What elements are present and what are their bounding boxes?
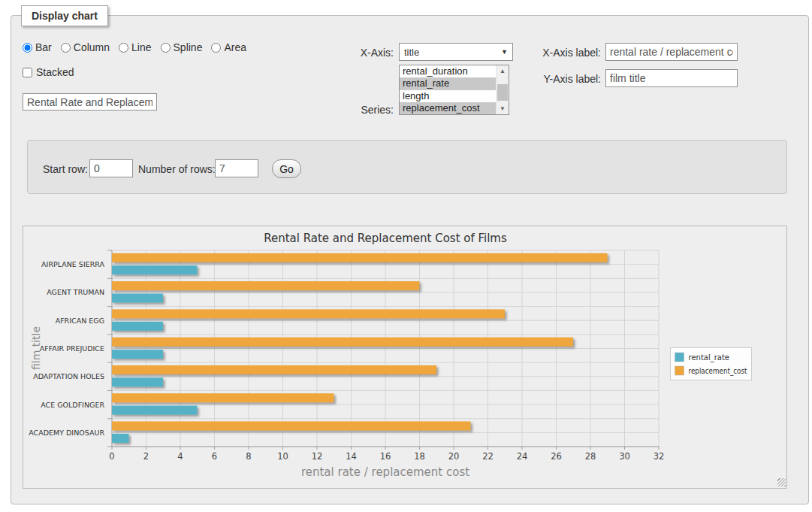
start-row-label: Start row: bbox=[43, 163, 88, 175]
chart-type-line[interactable]: Line bbox=[119, 41, 151, 53]
chart-type-area[interactable]: Area bbox=[211, 41, 246, 53]
x-tick-label: 32 bbox=[654, 451, 665, 462]
chart-type-column[interactable]: Column bbox=[61, 41, 110, 53]
category-label: AIRPLANE SIERRA bbox=[41, 260, 104, 268]
stacked-option[interactable]: Stacked bbox=[23, 66, 74, 78]
chevron-down-icon: ▼ bbox=[501, 48, 508, 56]
x-tick-label: 18 bbox=[414, 451, 425, 462]
bar-replacement_cost bbox=[112, 393, 334, 402]
bar-replacement_cost bbox=[112, 281, 419, 290]
bar-replacement_cost bbox=[112, 338, 573, 347]
bar-replacement_cost bbox=[112, 422, 471, 431]
stacked-checkbox[interactable] bbox=[23, 68, 32, 77]
x-axis-selected-value: title bbox=[404, 47, 501, 58]
bar-rental_rate bbox=[112, 294, 163, 303]
bar-chart: AIRPLANE SIERRAAGENT TRUMANAFRICAN EGGAF… bbox=[23, 226, 788, 488]
line-radio-label: Line bbox=[131, 41, 151, 53]
bar-rental_rate bbox=[112, 434, 129, 443]
category-label: AGENT TRUMAN bbox=[47, 288, 104, 296]
spline-radio[interactable] bbox=[161, 43, 171, 53]
series-listbox[interactable]: rental_duration rental_rate length repla… bbox=[399, 65, 509, 115]
x-axis-select[interactable]: title ▼ bbox=[399, 43, 513, 61]
x-tick-label: 10 bbox=[277, 451, 288, 462]
bar-rental_rate bbox=[112, 322, 163, 331]
stacked-label: Stacked bbox=[36, 66, 74, 78]
chart-resize-handle[interactable] bbox=[777, 478, 786, 486]
x-tick-label: 24 bbox=[517, 451, 528, 462]
bar-rental_rate bbox=[112, 406, 198, 415]
x-tick-label: 16 bbox=[380, 451, 391, 462]
bar-rental_rate bbox=[112, 377, 163, 386]
column-radio-label: Column bbox=[74, 41, 110, 53]
x-axis-title: rental rate / replacement cost bbox=[301, 465, 469, 479]
x-tick-label: 14 bbox=[346, 451, 357, 462]
x-tick-label: 26 bbox=[551, 451, 562, 462]
x-axis-select-label: X-Axis: bbox=[331, 47, 394, 59]
page: { "panel": { "legend_title": "Display ch… bbox=[0, 0, 812, 512]
bar-replacement_cost bbox=[112, 365, 436, 374]
x-axis-label-label: X-Axis label: bbox=[535, 47, 601, 59]
legend-label: replacement_cost bbox=[689, 367, 747, 376]
x-tick-label: 6 bbox=[212, 451, 217, 462]
legend-label: rental_rate bbox=[689, 353, 730, 362]
num-rows-label: Number of rows: bbox=[138, 163, 216, 175]
category-label: ADAPTATION HOLES bbox=[33, 372, 104, 380]
legend-swatch bbox=[675, 366, 684, 375]
start-row-input[interactable] bbox=[89, 159, 133, 177]
bar-radio-label: Bar bbox=[35, 41, 52, 53]
spline-radio-label: Spline bbox=[174, 41, 203, 53]
bar-radio[interactable] bbox=[23, 43, 32, 53]
category-label: ACE GOLDFINGER bbox=[41, 401, 104, 409]
y-axis-label-label: Y-Axis label: bbox=[535, 73, 601, 85]
y-axis-title: film title bbox=[30, 326, 42, 370]
scroll-up-icon[interactable]: ▲ bbox=[497, 65, 509, 77]
area-radio-label: Area bbox=[224, 41, 246, 53]
column-radio[interactable] bbox=[61, 43, 71, 53]
x-tick-label: 20 bbox=[448, 451, 460, 462]
chart-title: Rental Rate and Replacement Cost of Film… bbox=[264, 232, 507, 245]
x-tick-label: 22 bbox=[482, 451, 494, 462]
area-radio[interactable] bbox=[211, 43, 221, 53]
chart-title-input[interactable] bbox=[23, 93, 157, 111]
series-options: rental_duration rental_rate length repla… bbox=[400, 65, 496, 114]
x-tick-label: 30 bbox=[619, 451, 630, 462]
bar-rental_rate bbox=[112, 350, 163, 359]
x-tick-label: 0 bbox=[109, 451, 114, 462]
bar-replacement_cost bbox=[112, 253, 608, 262]
num-rows-input[interactable] bbox=[215, 159, 258, 177]
scroll-down-icon[interactable]: ▼ bbox=[497, 103, 509, 114]
panel-title: Display chart bbox=[21, 5, 108, 26]
legend-swatch bbox=[675, 353, 684, 362]
series-scrollbar[interactable]: ▲ ▼ bbox=[496, 65, 509, 114]
series-option-replacement-cost[interactable]: replacement_cost bbox=[400, 102, 496, 114]
x-tick-label: 28 bbox=[585, 451, 596, 462]
bar-rental_rate bbox=[112, 265, 198, 274]
chart-container: AIRPLANE SIERRAAGENT TRUMANAFRICAN EGGAF… bbox=[23, 226, 787, 489]
x-tick-label: 4 bbox=[177, 451, 183, 462]
bar-replacement_cost bbox=[112, 309, 505, 318]
x-axis-label-input[interactable] bbox=[605, 43, 738, 61]
series-option-length[interactable]: length bbox=[400, 90, 496, 102]
series-option-rental-rate[interactable]: rental_rate bbox=[400, 77, 496, 89]
x-tick-label: 12 bbox=[312, 451, 323, 462]
category-label: AFFAIR PREJUDICE bbox=[40, 344, 104, 353]
x-tick-label: 2 bbox=[143, 451, 149, 462]
x-tick-label: 8 bbox=[246, 451, 251, 462]
category-label: AFRICAN EGG bbox=[56, 317, 104, 325]
scrollbar-thumb[interactable] bbox=[497, 84, 508, 101]
series-option-rental-duration[interactable]: rental_duration bbox=[400, 65, 496, 77]
category-label: ACADEMY DINOSAUR bbox=[29, 429, 104, 437]
chart-type-radio-group: Bar Column Line Spline Area bbox=[23, 41, 251, 53]
chart-type-spline[interactable]: Spline bbox=[161, 41, 203, 53]
go-button[interactable]: Go bbox=[272, 159, 301, 178]
series-select-label: Series: bbox=[331, 104, 394, 116]
y-axis-label-input[interactable] bbox=[605, 69, 738, 87]
chart-type-bar[interactable]: Bar bbox=[23, 41, 52, 53]
line-radio[interactable] bbox=[119, 43, 128, 53]
